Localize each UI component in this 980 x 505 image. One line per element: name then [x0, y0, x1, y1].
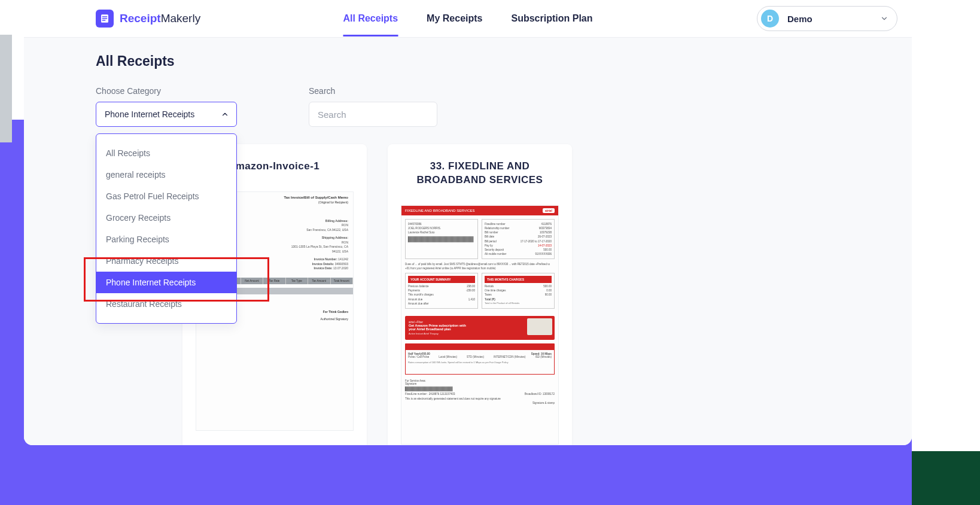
preview-footer: For Service Area: Signature FixedLine nu… [401, 377, 558, 407]
search-label: Search [309, 86, 437, 96]
dd-item-general[interactable]: general receipts [96, 164, 236, 185]
promo-banner: airtel +Fiber Get Amazon Prime subscript… [405, 316, 555, 340]
category-label: Choose Category [96, 86, 237, 96]
chevron-down-icon [880, 14, 888, 23]
nav-my-receipts[interactable]: My Receipts [427, 1, 482, 36]
month-charges: THIS MONTH'S CHARGES Rentals500.00 One t… [482, 273, 555, 309]
filters-row: Choose Category Phone Internet Receipts … [96, 86, 840, 127]
barcode-icon [408, 236, 474, 242]
search-input[interactable]: Search [309, 102, 437, 127]
summary-panels: YOUR ACCOUNT SUMMARY Previous balance238… [401, 273, 558, 312]
mid-note: Dues of ... of paid bills by email. Just… [401, 263, 558, 273]
top-nav: All Receipts My Receipts Subscription Pl… [343, 1, 593, 36]
bg-left-edge [0, 35, 12, 142]
bg-green-sliver [912, 451, 980, 505]
dd-item-gas[interactable]: Gas Petrol Fuel Receipts [96, 185, 236, 207]
user-name: Demo [787, 14, 812, 24]
nav-subscription-plan[interactable]: Subscription Plan [511, 1, 592, 36]
page-body: All Receipts Choose Category Phone Inter… [24, 38, 912, 445]
dd-item-restaurant[interactable]: Restaurant Receipts [96, 293, 236, 315]
card-title: 33. FIXEDLINE AND BROADBAND SERVICES [401, 160, 559, 187]
rate-header [405, 343, 555, 349]
avatar: D [761, 10, 779, 28]
rate-table: Half Yearly555.00Speed: 16 Mbps Pulse / … [405, 349, 555, 375]
chevron-up-icon [221, 110, 229, 118]
bill-meta-panel: Fixedline number4118876 Relationship num… [482, 219, 555, 260]
search-placeholder: Search [318, 109, 346, 120]
app-window: ReceiptMakerly All Receipts My Receipts … [24, 0, 912, 445]
cards-row: amazon-Invoice-1 Tax Invoice/Bill of Sup… [182, 144, 572, 445]
preview-topbar: FIXEDLINE AND BROADBAND SERVICES airtel [401, 206, 558, 215]
category-selected-text: Phone Internet Receipts [105, 109, 194, 119]
account-summary: YOUR ACCOUNT SUMMARY Previous balance238… [405, 273, 478, 309]
phones-image [527, 318, 552, 335]
dd-item-phone-internet[interactable]: Phone Internet Receipts [96, 272, 236, 293]
dd-item-grocery[interactable]: Grocery Receipts [96, 207, 236, 229]
airtel-logo: airtel [543, 208, 555, 213]
receipt-card-airtel[interactable]: 33. FIXEDLINE AND BROADBAND SERVICES FIX… [388, 144, 572, 445]
nav-all-receipts[interactable]: All Receipts [343, 1, 398, 36]
user-menu[interactable]: D Demo [757, 6, 897, 31]
card-title: amazon-Invoice-1 [230, 160, 320, 174]
receipt-preview: FIXEDLINE AND BROADBAND SERVICES airtel … [401, 205, 559, 445]
summary-row: 044570086 JOEL RODGERS NORRIS. Laurence … [401, 215, 558, 263]
header: ReceiptMakerly All Receipts My Receipts … [24, 0, 912, 38]
search-control: Search Search [309, 86, 437, 127]
category-select[interactable]: Phone Internet Receipts [96, 102, 237, 127]
dd-item-pharmacy[interactable]: Pharmacy Receipts [96, 250, 236, 272]
brand[interactable]: ReceiptMakerly [96, 10, 200, 28]
category-dropdown: All Receipts general receipts Gas Petrol… [96, 133, 237, 324]
page-title: All Receipts [96, 53, 840, 69]
barcode-icon [405, 387, 453, 391]
category-control: Choose Category Phone Internet Receipts [96, 86, 237, 127]
customer-panel: 044570086 JOEL RODGERS NORRIS. Laurence … [405, 219, 478, 260]
dd-item-all-receipts[interactable]: All Receipts [96, 142, 236, 164]
logo-icon [96, 10, 114, 28]
dd-item-parking[interactable]: Parking Receipts [96, 229, 236, 250]
brand-text: ReceiptMakerly [120, 12, 200, 25]
